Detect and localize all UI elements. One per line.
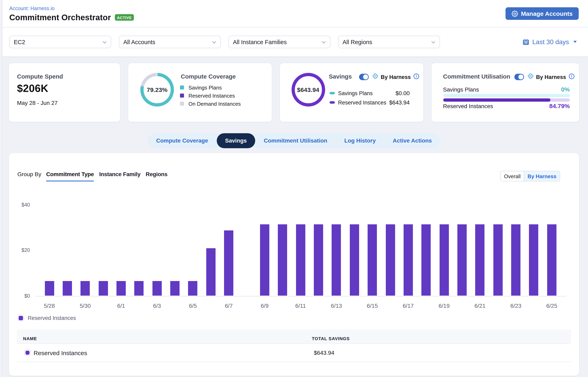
info-icon[interactable] bbox=[413, 73, 419, 81]
view-overall[interactable]: Overall bbox=[501, 171, 524, 181]
bar-6/5[interactable] bbox=[188, 281, 198, 296]
manage-accounts-label: Manage Accounts bbox=[521, 10, 573, 17]
regions-dropdown[interactable]: All Regions bbox=[338, 36, 440, 48]
bar-6/7[interactable] bbox=[224, 230, 233, 296]
caret-down-icon bbox=[573, 40, 577, 43]
legend-swatch bbox=[180, 94, 184, 98]
savings-plans-utilisation-bar bbox=[443, 94, 570, 97]
status-badge: ACTIVE bbox=[115, 14, 134, 21]
tab-log-history[interactable]: Log History bbox=[336, 133, 384, 148]
legend-label: Savings Plans bbox=[338, 90, 373, 96]
account-breadcrumb-link[interactable]: Account: Harness.io bbox=[9, 5, 55, 11]
row-marker bbox=[24, 350, 31, 356]
bar-6/23[interactable] bbox=[511, 224, 521, 296]
date-range-picker[interactable]: Last 30 days bbox=[523, 38, 577, 46]
view-by-harness[interactable]: By Harness bbox=[524, 171, 560, 181]
x-axis-label: 6/23 bbox=[506, 303, 526, 309]
bar-6/15[interactable] bbox=[368, 224, 377, 296]
tab-active-actions[interactable]: Active Actions bbox=[384, 133, 440, 148]
x-axis-label: 6/15 bbox=[362, 303, 382, 309]
gear-icon bbox=[511, 10, 518, 17]
savings-legend-item: Reserved Instances$643.94 bbox=[330, 99, 410, 106]
x-axis-label: 6/3 bbox=[147, 303, 167, 309]
savings-by-harness-toggle[interactable] bbox=[359, 74, 369, 80]
bar-6/9[interactable] bbox=[260, 224, 269, 296]
commitment-utilisation-card: Commitment Utilisation By Har bbox=[432, 63, 579, 122]
utilisation-savings-plans-label: Savings Plans bbox=[443, 86, 479, 93]
y-axis-label: $40 bbox=[9, 202, 30, 208]
bar-6/1[interactable] bbox=[116, 281, 126, 296]
savings-panel: Group By Commitment TypeInstance FamilyR… bbox=[9, 153, 579, 376]
accounts-dropdown[interactable]: All Accounts bbox=[119, 36, 221, 48]
legend-label: Reserved Instances bbox=[338, 99, 386, 106]
harness-logo-icon bbox=[527, 73, 534, 81]
bar-5/30[interactable] bbox=[80, 281, 90, 296]
bar-6/17[interactable] bbox=[404, 224, 413, 296]
x-axis-label: 6/19 bbox=[434, 303, 454, 309]
compute-spend-period: May 28 - Jun 27 bbox=[17, 100, 58, 106]
bar-6/3[interactable] bbox=[152, 281, 162, 296]
bar-6/22[interactable] bbox=[493, 224, 503, 296]
service-dropdown[interactable]: EC2 bbox=[9, 36, 111, 48]
legend-label: Reserved Instances bbox=[189, 93, 235, 99]
x-axis-label: 6/13 bbox=[326, 303, 347, 309]
utilisation-savings-plans-value: 0% bbox=[561, 86, 570, 93]
bar-6/14[interactable] bbox=[350, 224, 359, 296]
savings-ring-value: $643.94 bbox=[291, 73, 325, 106]
utilisation-by-harness-label: By Harness bbox=[536, 74, 566, 80]
app-root: Account: Harness.io Commitment Orchestra… bbox=[0, 0, 588, 377]
service-dropdown-value: EC2 bbox=[14, 39, 25, 45]
group-by-commitment-type[interactable]: Commitment Type bbox=[46, 170, 94, 181]
tab-commitment-utilisation[interactable]: Commitment Utilisation bbox=[255, 133, 336, 148]
chart-legend-reserved-instances[interactable]: Reserved Instances bbox=[17, 315, 76, 321]
tab-savings[interactable]: Savings bbox=[217, 133, 255, 148]
bar-6/19[interactable] bbox=[439, 224, 449, 296]
y-axis-label: $20 bbox=[9, 247, 30, 254]
savings-table: NAME TOTAL SAVINGS Reserved Instances$64… bbox=[17, 330, 571, 362]
compute-coverage-legend: Savings PlansReserved InstancesOn Demand… bbox=[180, 83, 241, 108]
bar-6/12[interactable] bbox=[314, 224, 323, 296]
reserved-instances-utilisation-bar bbox=[443, 98, 570, 102]
group-by-instance-family[interactable]: Instance Family bbox=[99, 170, 140, 181]
bar-6/20[interactable] bbox=[457, 224, 467, 296]
bar-6/21[interactable] bbox=[475, 224, 485, 296]
legend-value: $643.94 bbox=[389, 99, 410, 106]
utilisation-by-harness-toggle[interactable] bbox=[514, 74, 524, 80]
bar-6/11[interactable] bbox=[296, 224, 305, 296]
bar-6/10[interactable] bbox=[278, 224, 287, 296]
info-icon[interactable] bbox=[569, 73, 575, 81]
bar-6/6[interactable] bbox=[206, 248, 216, 296]
legend-swatch bbox=[180, 85, 184, 90]
bar-6/16[interactable] bbox=[386, 224, 395, 296]
instance-families-dropdown[interactable]: All Instance Families bbox=[229, 36, 330, 48]
bar-5/29[interactable] bbox=[63, 281, 72, 296]
bar-6/18[interactable] bbox=[422, 224, 431, 296]
bar-6/2[interactable] bbox=[134, 281, 144, 296]
group-by-regions[interactable]: Regions bbox=[146, 170, 168, 181]
savings-legend: Savings Plans$0.00Reserved Instances$643… bbox=[330, 89, 410, 108]
bar-6/25[interactable] bbox=[547, 224, 556, 296]
savings-by-harness-label: By Harness bbox=[381, 74, 411, 80]
bar-6/4[interactable] bbox=[170, 281, 179, 296]
table-row[interactable]: Reserved Instances$643.94 bbox=[17, 344, 571, 362]
x-axis-label: 6/25 bbox=[542, 303, 562, 309]
section-tabs: Compute CoverageSavingsCommitment Utilis… bbox=[148, 133, 440, 148]
tab-compute-coverage[interactable]: Compute Coverage bbox=[148, 133, 217, 148]
x-axis-label: 6/11 bbox=[290, 303, 311, 309]
filter-bar: EC2 All Accounts All Instance Families A… bbox=[0, 27, 588, 57]
utilisation-bars: Savings Plans 0% Reserved Instances 84.7… bbox=[443, 86, 570, 109]
x-axis-label: 6/5 bbox=[183, 303, 203, 309]
x-axis-line bbox=[35, 296, 566, 296]
savings-title: Savings bbox=[329, 73, 352, 80]
coverage-legend-item: Reserved Instances bbox=[180, 92, 241, 100]
legend-swatch bbox=[330, 92, 335, 94]
manage-accounts-button[interactable]: Manage Accounts bbox=[506, 7, 579, 20]
bar-6/13[interactable] bbox=[332, 224, 341, 296]
bar-5/28[interactable] bbox=[45, 281, 54, 296]
left-gutter bbox=[0, 0, 2, 377]
bar-5/31[interactable] bbox=[99, 281, 108, 296]
x-axis-label: 6/1 bbox=[111, 303, 131, 309]
bar-6/24[interactable] bbox=[529, 224, 538, 296]
x-axis-label: 6/7 bbox=[219, 303, 239, 309]
utilisation-reserved-instances-label: Reserved Instances bbox=[443, 103, 493, 109]
